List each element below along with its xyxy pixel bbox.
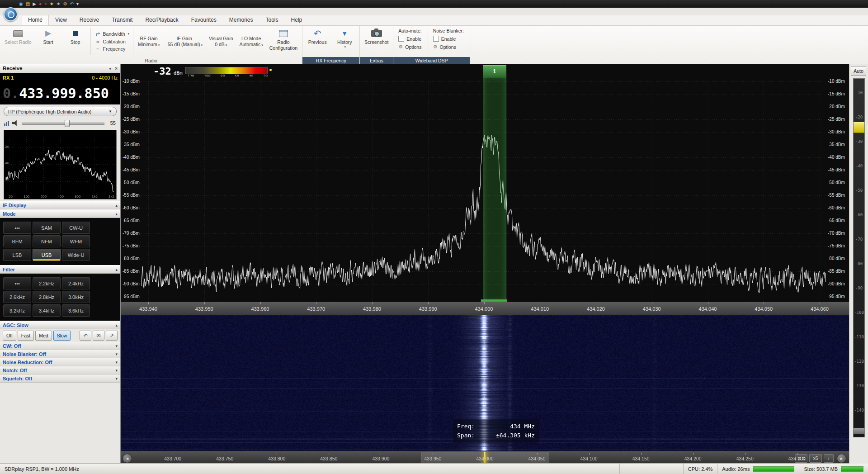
history-button[interactable]: ▼ History ▾ [331, 26, 358, 56]
screenshot-button[interactable]: Screenshot [362, 26, 391, 56]
agc-button-off[interactable]: Off [3, 331, 16, 341]
volume-slider-handle[interactable] [65, 120, 70, 127]
radio-configuration-button[interactable]: Radio Configuration [267, 26, 300, 56]
mode-button-[interactable]: ••• [3, 222, 31, 234]
nav-step-right-button[interactable]: › [824, 454, 834, 463]
db-label-left: -95 dBm [123, 294, 140, 299]
agc-envelope-icon[interactable]: ✉ [93, 331, 104, 341]
section-notch[interactable]: Notch: Off▾ [0, 366, 120, 374]
stop-button[interactable]: Stop [62, 26, 89, 56]
zoom-button[interactable]: x5 [809, 454, 822, 463]
filter-button-3-4khz[interactable]: 3.4kHz [33, 304, 61, 317]
tab-view[interactable]: View [49, 15, 73, 25]
close-icon[interactable]: × [44, 2, 47, 6]
auto-range-button[interactable]: Auto [851, 66, 866, 76]
filter-button-2-2khz[interactable]: 2.2kHz [33, 277, 61, 289]
agc-button-fast[interactable]: Fast [18, 331, 34, 341]
filter-button-3-6khz[interactable]: 3.6kHz [62, 304, 90, 317]
waterfall-palette-bar[interactable] [185, 67, 268, 74]
filter-button-[interactable]: ••• [3, 277, 31, 289]
tab-tools[interactable]: Tools [259, 15, 285, 25]
rx-channel-tab[interactable]: 1 [483, 65, 506, 77]
section-mode[interactable]: Mode▴ [0, 209, 120, 218]
receive-panel-header[interactable]: Receive ▾ × [0, 64, 120, 73]
noise-blanker-enable-checkbox[interactable]: Enable [433, 36, 464, 42]
agc-button-slow[interactable]: Slow [53, 331, 71, 341]
section-if-display[interactable]: IF Display▴ [0, 201, 120, 209]
favourite-add-icon[interactable]: ★ [57, 2, 61, 6]
favourite-icon[interactable]: ★ [50, 2, 54, 6]
filter-button-3-0khz[interactable]: 3.0kHz [62, 291, 90, 303]
lo-mode-button[interactable]: LO Mode Automatic▾ [237, 26, 266, 56]
mode-button-bfm[interactable]: BFM [3, 235, 31, 247]
section-noise-blanker[interactable]: Noise Blanker: Off▾ [0, 350, 120, 358]
tab-home[interactable]: Home [22, 15, 49, 25]
mode-button-lsb[interactable]: LSB [3, 249, 31, 261]
mode-button-sam[interactable]: SAM [33, 222, 61, 234]
range-bottom-handle[interactable] [854, 428, 864, 434]
if-gain-button[interactable]: IF Gain -55 dB (Manual)▾ [163, 26, 205, 56]
mode-button-usb[interactable]: USB [33, 249, 61, 261]
frequency-button[interactable]: ≡ Frequency [94, 46, 130, 52]
audio-y-label: 40 [5, 161, 9, 165]
panel-close-icon[interactable]: × [115, 66, 118, 71]
tab-favourites[interactable]: Favourites [185, 15, 223, 25]
range-top-handle[interactable] [854, 122, 864, 133]
section-agc[interactable]: AGC: Slow▴ [0, 321, 120, 329]
auto-mute-enable-checkbox[interactable]: Enable [398, 36, 421, 42]
agc-button-med[interactable]: Med [35, 331, 52, 341]
start-button[interactable]: ▶ Start [35, 26, 61, 56]
section-cw[interactable]: CW: Off▾ [0, 342, 120, 350]
spectrum-frequency-scale[interactable]: 433.940433.950433.960433.970433.980433.9… [121, 302, 849, 316]
section-filter[interactable]: Filter▴ [0, 265, 120, 274]
nav-right-button[interactable]: ► [837, 454, 846, 463]
spectrum-range-slider[interactable]: -10-20-30-40-50-60-70-80-90-100-110-120-… [853, 78, 865, 437]
mode-button-nfm[interactable]: NFM [33, 235, 61, 247]
rf-gain-button[interactable]: RF Gain Minimum▾ [135, 26, 162, 56]
rx-channel-band[interactable] [483, 76, 506, 302]
folder-icon[interactable]: ▤ [26, 2, 30, 6]
tab-rec-playback[interactable]: Rec/Playback [139, 15, 184, 25]
chevron-down-icon: ▾ [115, 344, 118, 348]
filter-button-3-2khz[interactable]: 3.2kHz [3, 304, 31, 317]
agc-chart-icon[interactable]: ↗ [106, 331, 118, 341]
tab-receive[interactable]: Receive [73, 15, 105, 25]
calibration-button[interactable]: ≈ Calibration [94, 39, 130, 44]
filter-button-2-6khz[interactable]: 2.6kHz [3, 291, 31, 303]
section-noise-reduction[interactable]: Noise Reduction: Off▾ [0, 358, 120, 366]
app-icon[interactable]: ◉ [19, 2, 23, 6]
db-label-right: -45 dBm [828, 167, 845, 172]
undo-icon[interactable]: ↶ [70, 2, 74, 6]
play-icon[interactable]: ▶ [33, 2, 36, 6]
panel-menu-icon[interactable]: ▾ [109, 66, 111, 71]
db-label-left: -85 dBm [123, 269, 140, 274]
app-menu-pearl-button[interactable] [4, 7, 18, 21]
mode-button-cw-u[interactable]: CW-U [62, 222, 90, 234]
audio-levels-icon[interactable] [4, 120, 9, 126]
auto-mute-options-button[interactable]: ⚙ Options [398, 44, 421, 50]
bandwidth-button[interactable]: ⇄ Bandwidth▾ [94, 31, 130, 37]
menu-down-icon[interactable]: ▾ [76, 2, 79, 6]
select-radio-button[interactable]: Select Radio [2, 26, 34, 56]
frequency-display[interactable]: 0.433.999.850 [0, 82, 120, 104]
section-squelch[interactable]: Squelch: Off▾ [0, 374, 120, 383]
filter-button-2-4khz[interactable]: 2.4kHz [62, 277, 90, 289]
noise-blanker-options-button[interactable]: ⚙ Options [433, 44, 464, 50]
volume-slider[interactable] [22, 119, 104, 127]
agc-undo-icon[interactable]: ↶ [80, 331, 91, 341]
filter-button-2-8khz[interactable]: 2.8kHz [33, 291, 61, 303]
tools-icon[interactable]: ⚙ [63, 2, 67, 6]
band-navigation-bar[interactable]: ◄ x5 › ► 433.700433.750433.800433.850433… [121, 451, 849, 464]
mode-button-wide-u[interactable]: Wide-U [62, 249, 90, 261]
nav-left-button[interactable]: ◄ [123, 454, 132, 463]
tab-memories[interactable]: Memories [223, 15, 259, 25]
visual-gain-button[interactable]: Visual Gain 0 dB▾ [206, 26, 236, 56]
speaker-icon[interactable] [12, 120, 19, 126]
mode-button-wfm[interactable]: WFM [62, 235, 90, 247]
waterfall-display[interactable]: Freq:434 MHz Span:±64.305 kHz [121, 315, 849, 451]
previous-frequency-button[interactable]: ↶ Previous [304, 26, 330, 56]
record-icon[interactable]: ● [39, 2, 42, 6]
audio-device-select[interactable]: HP (Périphérique High Definition Audio) … [4, 107, 117, 116]
tab-transmit[interactable]: Transmit [105, 15, 139, 25]
tab-help[interactable]: Help [285, 15, 309, 25]
